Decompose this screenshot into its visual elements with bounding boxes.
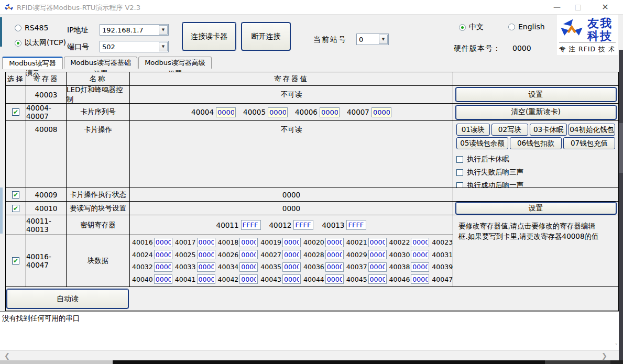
key-input-40011[interactable] bbox=[241, 220, 261, 230]
block-input-40041[interactable] bbox=[197, 274, 215, 284]
block-input-40025[interactable] bbox=[197, 250, 215, 259]
block-input-40028[interactable] bbox=[325, 250, 344, 259]
key-input-40012[interactable] bbox=[293, 220, 313, 230]
checkbox-40016-checked[interactable]: ✔ bbox=[12, 257, 19, 264]
chevron-down-icon[interactable]: ▼ bbox=[379, 35, 388, 44]
block-label: 40038 bbox=[389, 263, 410, 271]
block-input-40022[interactable] bbox=[411, 238, 429, 247]
header-value: 寄存器值 bbox=[130, 72, 453, 86]
block-input-40042[interactable] bbox=[239, 274, 258, 284]
block-input-40033[interactable] bbox=[197, 262, 215, 272]
tab-modbus-advanced-settings[interactable]: Modbus读写器高级设置 bbox=[138, 57, 212, 69]
radio-lang-chinese[interactable]: 中文 bbox=[459, 23, 484, 32]
radio-rs485[interactable]: RS485 bbox=[15, 24, 48, 32]
tab-modbus-basic-settings[interactable]: Modbus读写器基础设置 bbox=[64, 57, 137, 69]
block-input-40016[interactable] bbox=[154, 238, 172, 247]
block-input-40021[interactable] bbox=[368, 238, 387, 247]
block-input-40019[interactable] bbox=[282, 238, 301, 247]
block-label: 40042 bbox=[218, 275, 239, 283]
block-input-40026[interactable] bbox=[239, 250, 258, 259]
block-input-40043[interactable] bbox=[282, 274, 301, 284]
set-button-40010[interactable]: 设置 bbox=[456, 202, 616, 214]
header-action bbox=[453, 72, 618, 86]
select-cell-40009: ✔ bbox=[6, 188, 26, 202]
connect-reader-button[interactable]: 连接读卡器 bbox=[182, 23, 236, 50]
checkbox-40009-checked[interactable]: ✔ bbox=[12, 191, 19, 198]
op-button-card-sleep[interactable]: 03卡休眠 bbox=[530, 124, 567, 136]
block-input-40035[interactable] bbox=[282, 262, 301, 272]
log-scroll-down-icon[interactable]: ˅ bbox=[615, 343, 618, 349]
auto-read-button[interactable]: 自动读 bbox=[7, 289, 128, 308]
value-40010: 0000 bbox=[130, 202, 453, 215]
checkbox-beep-three-on-fail[interactable]: 执行失败后响三声 bbox=[456, 168, 615, 177]
header-select: 选择 bbox=[6, 72, 26, 86]
reg-input-40006[interactable] bbox=[320, 107, 340, 117]
block-input-40029[interactable] bbox=[368, 250, 387, 259]
radio-ethernet-tcp[interactable]: 以太网(TCP) bbox=[15, 38, 66, 48]
horizontal-scrollbar[interactable]: ❮ ❯ bbox=[0, 350, 619, 360]
block-input-40038[interactable] bbox=[411, 262, 429, 272]
port-combo[interactable]: 502 ▼ bbox=[100, 41, 169, 52]
block-input-40032[interactable] bbox=[154, 262, 172, 272]
block-input-40017[interactable] bbox=[197, 238, 215, 247]
name-40010: 要读写的块号设置 bbox=[67, 202, 130, 215]
block-input-40030[interactable] bbox=[411, 250, 429, 259]
block-input-40018[interactable] bbox=[239, 238, 258, 247]
block-input-40045[interactable] bbox=[368, 274, 387, 284]
radio-rs485-label: RS485 bbox=[25, 24, 48, 32]
reg-input-40007[interactable] bbox=[371, 107, 391, 117]
tab-modbus-demo[interactable]: Modbus读写器演示 bbox=[2, 57, 63, 69]
checkbox-beep-one-on-success[interactable]: 执行成功后响一声 bbox=[456, 181, 615, 188]
op-button-wallet-recharge[interactable]: 07钱包充值 bbox=[563, 137, 615, 149]
header-name: 名称 bbox=[67, 72, 130, 86]
chevron-down-icon[interactable]: ▼ bbox=[159, 42, 168, 51]
radio-english-dot bbox=[508, 24, 515, 30]
close-icon[interactable]: ✕ bbox=[593, 0, 617, 14]
select-cell-40010: ✔ bbox=[6, 202, 26, 215]
clear-reread-card-button[interactable]: 清空(重新读卡) bbox=[456, 105, 616, 119]
checkbox-sleep-after-exec[interactable]: 执行后卡休眠 bbox=[456, 155, 615, 164]
checkbox-40010-checked[interactable]: ✔ bbox=[12, 205, 19, 212]
station-label: 当前站号 bbox=[313, 35, 347, 45]
block-label: 40034 bbox=[218, 263, 239, 271]
block-input-40040[interactable] bbox=[154, 274, 172, 284]
disconnect-button[interactable]: 断开连接 bbox=[242, 23, 290, 50]
block-input-40027[interactable] bbox=[282, 250, 301, 259]
block-input-40036[interactable] bbox=[325, 262, 344, 272]
scroll-right-icon[interactable]: ❯ bbox=[602, 351, 607, 360]
block-input-40037[interactable] bbox=[368, 262, 387, 272]
radio-ethernet-label: 以太网(TCP) bbox=[25, 38, 66, 48]
set-button-40003[interactable]: 设置 bbox=[456, 87, 616, 102]
op-button-read-wallet-balance[interactable]: 05读钱包余额 bbox=[456, 137, 508, 149]
block-input-40024[interactable] bbox=[154, 250, 172, 259]
op-button-init-wallet[interactable]: 04初始化钱包 bbox=[569, 124, 615, 136]
block-input-40020[interactable] bbox=[325, 238, 344, 247]
scroll-left-icon[interactable]: ❮ bbox=[4, 351, 10, 360]
log-output[interactable]: 没有找到任何可用的串口 ˅ bbox=[0, 311, 619, 350]
radio-lang-english[interactable]: English bbox=[508, 23, 545, 31]
op-button-write-block[interactable]: 02写块 bbox=[491, 124, 529, 136]
checkbox-40004-checked[interactable]: ✔ bbox=[12, 108, 19, 116]
reg-label-40004: 40004 bbox=[191, 108, 214, 116]
checkbox-label: 执行后卡休眠 bbox=[467, 155, 509, 164]
key-input-40013[interactable] bbox=[346, 220, 366, 230]
op-button-read-block[interactable]: 01读块 bbox=[456, 124, 490, 136]
radio-chinese-label: 中文 bbox=[469, 23, 484, 32]
op-button-wallet-debit[interactable]: 06钱包扣款 bbox=[510, 137, 562, 149]
reg-input-40004[interactable] bbox=[216, 107, 236, 117]
block-input-40034[interactable] bbox=[239, 262, 258, 272]
block-label: 40023 bbox=[432, 238, 453, 246]
block-label: 40033 bbox=[175, 263, 196, 271]
background-scrollbar-thumb bbox=[619, 123, 623, 173]
reg-input-40005[interactable] bbox=[268, 107, 288, 117]
chevron-down-icon[interactable]: ▼ bbox=[159, 25, 168, 35]
station-combo[interactable]: 0 ▼ bbox=[356, 34, 389, 45]
value-40011: 40011 40012 40013 bbox=[130, 215, 453, 235]
minimize-icon[interactable]: — bbox=[548, 0, 566, 14]
ip-address-combo[interactable]: 192.168.1.7 ▼ bbox=[100, 24, 169, 36]
block-input-40046[interactable] bbox=[411, 274, 429, 284]
register-40009: 40009 bbox=[26, 188, 67, 202]
maximize-icon[interactable]: □ bbox=[569, 0, 587, 14]
block-label: 40037 bbox=[346, 263, 367, 271]
block-input-40044[interactable] bbox=[325, 274, 344, 284]
